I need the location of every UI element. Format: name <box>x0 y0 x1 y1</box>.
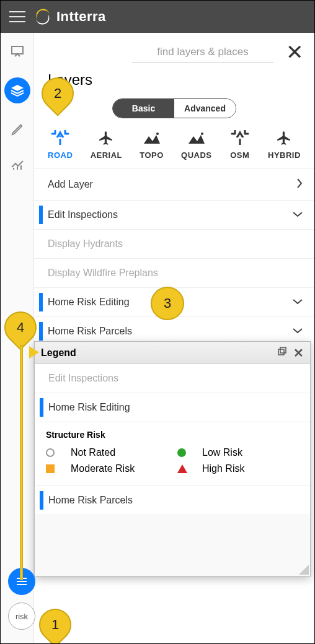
plane-icon <box>273 129 295 147</box>
legend-item-label: Moderate Risk <box>71 463 167 474</box>
logo-icon <box>34 8 51 25</box>
layer-label: Display Wildfire Preplans <box>48 268 158 279</box>
legend-item-label: Low Risk <box>202 447 299 458</box>
not-rated-symbol <box>46 448 55 457</box>
chevron-down-icon <box>292 209 303 220</box>
legend-header[interactable]: Legend ✕ <box>35 342 310 364</box>
legend-item-label: Not Rated <box>71 447 167 458</box>
legend-edit-inspections[interactable]: Edit Inspections <box>35 364 310 393</box>
callout-arrow-head <box>29 346 39 359</box>
search-input[interactable] <box>132 42 273 63</box>
svg-rect-4 <box>280 347 286 353</box>
map-type-label: TOPO <box>140 150 164 160</box>
add-layer-row[interactable]: Add Layer <box>34 169 314 201</box>
presentation-icon[interactable] <box>9 43 26 60</box>
legend-label: Home Risk Editing <box>48 402 130 412</box>
svg-point-1 <box>156 133 159 135</box>
menu-icon[interactable] <box>9 11 25 22</box>
road-icon <box>50 129 71 147</box>
risk-button[interactable]: risk <box>8 603 35 630</box>
edit-inspections-row[interactable]: Edit Inspections <box>34 201 314 230</box>
svg-rect-3 <box>278 349 284 355</box>
map-type-label: ROAD <box>48 150 73 160</box>
layer-list: Add Layer Edit Inspections Display Hydra… <box>34 169 314 346</box>
map-type-label: AERIAL <box>91 150 122 160</box>
close-icon[interactable]: ✕ <box>293 346 304 360</box>
app-header: Intterra <box>1 1 314 33</box>
map-type-label: OSM <box>230 150 249 160</box>
high-risk-symbol <box>177 464 187 473</box>
map-type-quads[interactable]: QUADS <box>181 129 211 160</box>
map-type-osm[interactable]: OSM <box>229 129 251 160</box>
map-type-label: HYBRID <box>268 150 301 160</box>
moderate-risk-symbol <box>46 464 55 473</box>
callout-number: 1 <box>51 617 59 633</box>
layer-label: Edit Inspections <box>48 209 118 220</box>
low-risk-symbol <box>177 448 186 457</box>
callout-number: 3 <box>164 295 171 311</box>
chevron-right-icon <box>296 178 303 191</box>
map-type-road[interactable]: ROAD <box>48 129 73 160</box>
display-hydrants-row[interactable]: Display Hydrants <box>34 230 314 259</box>
topo-icon <box>141 129 162 147</box>
callout-number: 4 <box>17 320 24 336</box>
brand-name: Intterra <box>56 9 106 25</box>
structure-risk-title: Structure Risk <box>35 422 310 445</box>
plane-icon <box>95 129 117 147</box>
layer-label: Home Risk Editing <box>48 297 130 308</box>
map-type-tabs: ROAD AERIAL TOPO QUADS <box>34 129 314 169</box>
map-type-topo[interactable]: TOPO <box>140 129 164 160</box>
chevron-down-icon <box>292 326 303 337</box>
toggle-basic[interactable]: Basic <box>113 99 174 118</box>
structure-risk-legend: Not Rated Low Risk Moderate Risk High Ri… <box>35 445 310 485</box>
display-wildfire-preplans-row[interactable]: Display Wildfire Preplans <box>34 259 314 288</box>
pencil-icon[interactable] <box>9 121 26 138</box>
legend-title: Legend <box>41 347 76 359</box>
toggle-advanced[interactable]: Advanced <box>174 99 236 118</box>
mode-toggle[interactable]: Basic Advanced <box>112 98 236 118</box>
legend-label: Edit Inspections <box>48 373 118 383</box>
svg-rect-0 <box>12 46 23 54</box>
brand-logo: Intterra <box>34 8 106 25</box>
legend-home-risk-editing[interactable]: Home Risk Editing <box>35 393 310 422</box>
resize-handle-icon[interactable] <box>299 565 309 575</box>
map-type-label: QUADS <box>181 150 211 160</box>
legend-panel: Legend ✕ Edit Inspections Home Risk Edit… <box>34 341 311 577</box>
osm-icon <box>229 129 251 147</box>
panel-title: Layers <box>34 63 314 95</box>
layers-button[interactable] <box>4 77 30 103</box>
legend-label: Home Risk Parcels <box>48 495 133 505</box>
layer-label: Display Hydrants <box>48 238 123 250</box>
layer-label: Add Layer <box>48 179 93 190</box>
callout-number: 2 <box>54 85 61 102</box>
layer-label: Home Risk Parcels <box>48 326 132 337</box>
analytics-icon[interactable] <box>9 155 26 173</box>
callout-arrow-line <box>20 345 23 580</box>
svg-point-2 <box>201 133 203 135</box>
legend-item-label: High Risk <box>202 463 299 474</box>
close-icon[interactable]: ✕ <box>286 41 303 63</box>
map-type-aerial[interactable]: AERIAL <box>91 129 122 160</box>
maximize-icon[interactable] <box>277 347 287 359</box>
risk-label: risk <box>16 612 28 621</box>
map-type-hybrid[interactable]: HYBRID <box>268 129 301 160</box>
callout-3: 3 <box>151 287 184 320</box>
chevron-down-icon <box>292 297 303 308</box>
legend-home-risk-parcels[interactable]: Home Risk Parcels <box>35 485 310 515</box>
quads-icon <box>186 129 207 147</box>
